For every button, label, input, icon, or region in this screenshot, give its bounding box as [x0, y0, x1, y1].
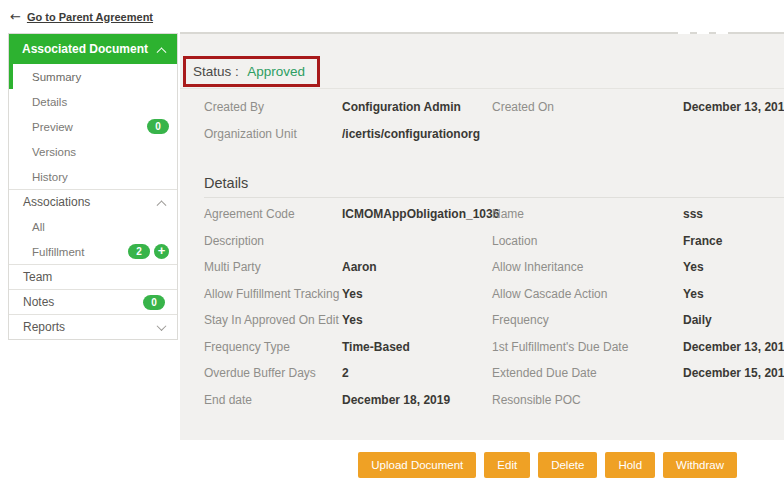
- field-label: Resonsible POC: [492, 387, 683, 414]
- divider: [204, 197, 784, 198]
- sidebar-item-label: History: [32, 171, 68, 183]
- sidebar-item-label: All: [32, 221, 45, 233]
- sidebar-item-label: Preview: [32, 121, 73, 133]
- field-value: Yes: [683, 254, 784, 281]
- add-fulfillment-plus-icon[interactable]: +: [154, 244, 169, 259]
- sidebar-item-label: Details: [32, 96, 67, 108]
- sidebar-item-label: Versions: [32, 146, 76, 158]
- delete-button[interactable]: Delete: [538, 452, 597, 478]
- status-label: Status :: [193, 64, 239, 79]
- action-button-bar: Upload Document Edit Delete Hold Withdra…: [358, 452, 737, 478]
- sidebar-item-all[interactable]: All: [9, 214, 177, 239]
- field-label: Agreement Code: [204, 201, 342, 228]
- go-to-parent-agreement-link[interactable]: ← Go to Parent Agreement: [10, 9, 153, 24]
- field-value: Configuration Admin: [342, 93, 492, 120]
- field-label: Stay In Approved On Edit: [204, 307, 342, 334]
- field-label: Extended Due Date: [492, 360, 683, 387]
- field-value: France: [683, 228, 784, 255]
- status-annotation-box: Status : Approved: [183, 56, 320, 87]
- field-label: End date: [204, 387, 342, 414]
- withdraw-button[interactable]: Withdraw: [663, 452, 737, 478]
- field-value: Yes: [683, 281, 784, 308]
- field-value: 2: [342, 360, 492, 387]
- field-value: Daily: [683, 307, 784, 334]
- field-value: December 15, 2019: [683, 360, 784, 387]
- sidebar-item-fulfillment[interactable]: Fulfillment 2 +: [9, 239, 177, 264]
- field-value: [683, 120, 784, 147]
- details-section-heading: Details: [204, 175, 784, 191]
- field-label: Multi Party: [204, 254, 342, 281]
- field-value: [683, 387, 784, 414]
- edit-button[interactable]: Edit: [484, 452, 530, 478]
- details-info-grid: Agreement Code ICMOMAppObligation_1036 N…: [180, 201, 784, 413]
- field-value: Time-Based: [342, 334, 492, 361]
- sidebar-section-label: Notes: [23, 295, 54, 309]
- sidebar-header-label: Associated Document: [22, 42, 148, 56]
- summary-panel: Status : Approved Created By Configurati…: [180, 32, 784, 440]
- created-info-grid: Created By Configuration Admin Created O…: [180, 93, 784, 147]
- field-label: Frequency: [492, 307, 683, 334]
- sidebar-section-notes[interactable]: Notes 0: [9, 289, 177, 314]
- field-value: ICMOMAppObligation_1036: [342, 201, 492, 228]
- sidebar-item-preview[interactable]: Preview 0: [9, 114, 177, 139]
- hold-button[interactable]: Hold: [605, 452, 655, 478]
- field-label: Description: [204, 228, 342, 255]
- field-label: Created By: [204, 93, 342, 120]
- sidebar-item-details[interactable]: Details: [9, 89, 177, 114]
- field-value: [342, 228, 492, 255]
- field-value: Yes: [342, 281, 492, 308]
- field-value: December 13, 2019: [683, 93, 784, 120]
- sidebar-item-label: Summary: [32, 71, 81, 83]
- field-value: sss: [683, 201, 784, 228]
- field-value: December 13, 2019: [683, 334, 784, 361]
- field-value: /icertis/configurationorg: [342, 120, 492, 147]
- upload-document-button[interactable]: Upload Document: [358, 452, 476, 478]
- fulfillment-count-badge: 2: [128, 244, 150, 259]
- field-label: Created On: [492, 93, 683, 120]
- field-label: Location: [492, 228, 683, 255]
- back-arrow-icon: ←: [10, 9, 21, 24]
- more-menu-dashes: [678, 32, 728, 34]
- field-label: Name: [492, 201, 683, 228]
- sidebar-section-reports[interactable]: Reports: [9, 314, 177, 339]
- field-label: Organization Unit: [204, 120, 342, 147]
- back-link-label: Go to Parent Agreement: [27, 11, 153, 23]
- field-value: December 18, 2019: [342, 387, 492, 414]
- preview-count-badge: 0: [147, 119, 169, 134]
- notes-count-badge: 0: [143, 295, 165, 310]
- field-label: Allow Inheritance: [492, 254, 683, 281]
- field-label: Frequency Type: [204, 334, 342, 361]
- chevron-up-icon: [157, 47, 167, 57]
- sidebar-item-versions[interactable]: Versions: [9, 139, 177, 164]
- sidebar-item-label: Fulfillment: [32, 246, 84, 258]
- sidebar: Associated Document Summary Details Prev…: [8, 33, 178, 340]
- chevron-down-icon: [157, 321, 167, 331]
- chevron-up-icon: [157, 200, 167, 210]
- sidebar-section-label: Team: [23, 270, 52, 284]
- field-label: Allow Cascade Action: [492, 281, 683, 308]
- field-label: [492, 120, 683, 147]
- sidebar-section-label: Associations: [23, 195, 90, 209]
- field-label: Overdue Buffer Days: [204, 360, 342, 387]
- sidebar-item-summary[interactable]: Summary: [9, 64, 177, 89]
- status-value: Approved: [247, 64, 305, 79]
- field-label: Allow Fulfillment Tracking: [204, 281, 342, 308]
- field-value: Aaron: [342, 254, 492, 281]
- sidebar-section-label: Reports: [23, 320, 65, 334]
- sidebar-header-associated-document[interactable]: Associated Document: [9, 34, 177, 64]
- field-label: 1st Fulfillment's Due Date: [492, 334, 683, 361]
- sidebar-section-team[interactable]: Team: [9, 264, 177, 289]
- field-value: Yes: [342, 307, 492, 334]
- sidebar-section-associations[interactable]: Associations: [9, 189, 177, 214]
- divider: [180, 88, 784, 89]
- sidebar-item-history[interactable]: History: [9, 164, 177, 189]
